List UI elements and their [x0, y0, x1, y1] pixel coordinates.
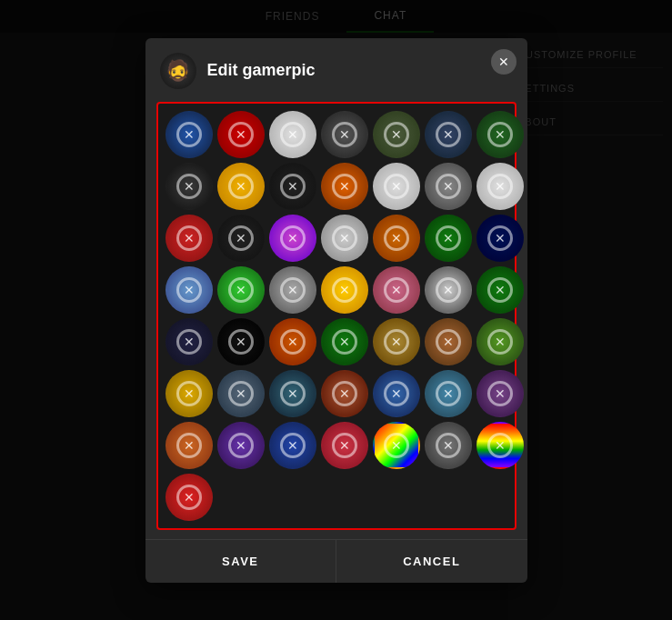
avatar-cell-23[interactable]: ✕	[217, 266, 265, 314]
avatar-cell-33[interactable]: ✕	[373, 318, 420, 365]
avatar-cell-14[interactable]: ✕	[476, 163, 524, 210]
modal-backdrop: 🧔 Edit gamerpic ✕ ✕✕✕✕✕✕✕✕✕✕✕✕✕✕✕✕✕✕✕✕✕✕…	[0, 0, 672, 620]
avatar-cell-17[interactable]: ✕	[269, 215, 316, 262]
avatar-cell-12[interactable]: ✕	[373, 163, 420, 210]
cancel-button[interactable]: CANCEL	[336, 540, 527, 583]
avatar-cell-15[interactable]: ✕	[165, 215, 213, 262]
avatar-cell-48[interactable]: ✕	[425, 422, 472, 469]
avatar-cell-9[interactable]: ✕	[217, 163, 265, 210]
avatar-cell-19[interactable]: ✕	[373, 215, 420, 262]
avatar-cell-27[interactable]: ✕	[425, 266, 472, 314]
avatar-cell-8[interactable]: ✕	[165, 163, 213, 210]
avatar-cell-41[interactable]: ✕	[425, 370, 472, 417]
avatar-grid: ✕✕✕✕✕✕✕✕✕✕✕✕✕✕✕✕✕✕✕✕✕✕✕✕✕✕✕✕✕✕✕✕✕✕✕✕✕✕✕✕…	[165, 111, 507, 521]
avatar-cell-36[interactable]: ✕	[165, 370, 213, 417]
avatar-cell-34[interactable]: ✕	[425, 318, 472, 365]
avatar-cell-24[interactable]: ✕	[269, 266, 316, 314]
current-avatar: 🧔	[160, 53, 196, 89]
avatar-cell-3[interactable]: ✕	[269, 111, 316, 158]
avatar-cell-46[interactable]: ✕	[321, 422, 368, 469]
avatar-cell-21[interactable]: ✕	[476, 215, 524, 262]
avatar-cell-13[interactable]: ✕	[425, 163, 472, 210]
avatar-cell-47[interactable]: ✕	[373, 422, 420, 469]
avatar-cell-1[interactable]: ✕	[165, 111, 213, 158]
avatar-cell-28[interactable]: ✕	[476, 266, 524, 314]
edit-gamerpic-modal: 🧔 Edit gamerpic ✕ ✕✕✕✕✕✕✕✕✕✕✕✕✕✕✕✕✕✕✕✕✕✕…	[145, 38, 527, 583]
avatar-cell-37[interactable]: ✕	[217, 370, 265, 417]
avatar-cell-18[interactable]: ✕	[321, 215, 368, 262]
avatar-cell-25[interactable]: ✕	[321, 266, 368, 314]
close-button[interactable]: ✕	[491, 49, 517, 75]
avatar-cell-10[interactable]: ✕	[269, 163, 316, 210]
avatar-cell-31[interactable]: ✕	[269, 318, 316, 365]
avatar-cell-6[interactable]: ✕	[425, 111, 472, 158]
avatar-cell-32[interactable]: ✕	[321, 318, 368, 365]
avatar-cell-44[interactable]: ✕	[217, 422, 265, 469]
avatar-cell-26[interactable]: ✕	[373, 266, 420, 314]
modal-footer: SAVE CANCEL	[145, 539, 527, 583]
avatar-cell-5[interactable]: ✕	[373, 111, 420, 158]
avatar-cell-35[interactable]: ✕	[476, 318, 524, 365]
modal-title: Edit gamerpic	[207, 61, 513, 80]
avatar-cell-38[interactable]: ✕	[269, 370, 316, 417]
avatar-cell-40[interactable]: ✕	[373, 370, 420, 417]
avatar-cell-50[interactable]: ✕	[165, 474, 213, 521]
avatar-cell-43[interactable]: ✕	[165, 422, 213, 469]
save-button[interactable]: SAVE	[145, 540, 337, 583]
avatar-cell-11[interactable]: ✕	[321, 163, 368, 210]
avatar-cell-20[interactable]: ✕	[425, 215, 472, 262]
avatar-cell-29[interactable]: ✕	[165, 318, 213, 365]
avatar-cell-49[interactable]: ✕	[476, 422, 524, 469]
avatar-cell-7[interactable]: ✕	[476, 111, 524, 158]
avatar-grid-container: ✕✕✕✕✕✕✕✕✕✕✕✕✕✕✕✕✕✕✕✕✕✕✕✕✕✕✕✕✕✕✕✕✕✕✕✕✕✕✕✕…	[156, 102, 517, 530]
avatar-cell-22[interactable]: ✕	[165, 266, 213, 314]
avatar-cell-30[interactable]: ✕	[217, 318, 265, 365]
avatar-cell-39[interactable]: ✕	[321, 370, 368, 417]
avatar-cell-2[interactable]: ✕	[217, 111, 265, 158]
avatar-cell-16[interactable]: ✕	[217, 215, 265, 262]
avatar-cell-42[interactable]: ✕	[476, 370, 524, 417]
modal-header: 🧔 Edit gamerpic ✕	[145, 38, 527, 98]
avatar-cell-45[interactable]: ✕	[269, 422, 316, 469]
avatar-cell-4[interactable]: ✕	[321, 111, 368, 158]
